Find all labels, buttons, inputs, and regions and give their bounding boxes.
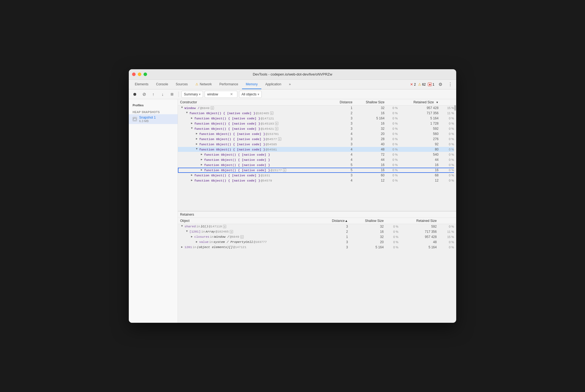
table-row: ▶function Object() { [native code] } @14… — [178, 121, 456, 126]
cell-shallow-size: 20 — [355, 131, 387, 137]
obj-id: @54581 — [266, 148, 277, 151]
link-icon: ⊡ — [283, 168, 286, 172]
sidebar-item-snapshot1[interactable]: Snapshot 1 6.3 MB — [129, 114, 178, 124]
upload-button[interactable]: ↑ — [150, 91, 157, 98]
obj-id: @54579 — [261, 179, 272, 182]
cell-distance: 2 — [331, 111, 355, 116]
cell-shallow-pct: 0 % — [387, 121, 400, 126]
cell-retained-size: 48 — [401, 239, 439, 245]
prop-name: closures — [194, 235, 209, 239]
tree-expand[interactable]: ▶ — [190, 235, 194, 239]
cell-retained-size: 717 356 — [400, 111, 441, 116]
tree-expand[interactable]: ▶ — [190, 173, 194, 177]
maximize-button[interactable] — [144, 73, 147, 76]
tree-expand[interactable]: ▼ — [180, 106, 184, 110]
tree-expand[interactable]: ▶ — [190, 179, 194, 182]
tree-expand[interactable]: ▶ — [195, 137, 199, 141]
cell-shallow-size: 40 — [355, 142, 387, 147]
cell-retained-size: 16 — [400, 168, 441, 173]
clear-button[interactable]: ⊘ — [140, 91, 148, 98]
type: Window / — [214, 235, 229, 239]
constructor-name: function Object() { [native code] } — [189, 111, 255, 115]
tree-expand[interactable]: ▼ — [195, 147, 199, 151]
tree-expand[interactable]: ▶ — [195, 132, 199, 136]
cell-retained-size: 1 728 — [400, 121, 441, 126]
cell-retained-size: 12 — [400, 178, 441, 183]
cell-constructor: ▶function Object() { [native code] } @15… — [178, 168, 331, 173]
table-row: ▶function Object() { [native code] } @54… — [178, 137, 456, 142]
cell-shallow-size: 32 — [350, 234, 386, 239]
minimize-button[interactable] — [138, 73, 141, 76]
tab-performance[interactable]: Performance — [216, 80, 242, 89]
download-button[interactable]: ↓ — [159, 91, 166, 98]
obj-id: @147121 — [261, 117, 274, 120]
tab-application[interactable]: Application — [261, 80, 285, 89]
constructor-name: function Object() { [native code] } — [204, 153, 270, 156]
filter-clear-button[interactable]: ✕ — [230, 92, 233, 96]
tree-expand[interactable]: ▶ — [180, 245, 184, 249]
constructor-name: function Object() { [native code] } — [199, 143, 265, 146]
cell-distance: 4 — [331, 131, 355, 137]
cell-shallow-pct: 0 % — [387, 162, 400, 168]
tab-sources[interactable]: Sources — [172, 80, 192, 89]
tree-expand[interactable]: ▶ — [195, 142, 199, 146]
obj-id: @147121 — [233, 245, 246, 249]
table-row: ▶function Object() { [native code] } 5 1… — [178, 162, 456, 168]
tab-elements[interactable]: Elements — [131, 80, 152, 89]
obj-id: @6849 — [230, 235, 239, 239]
tree-expand[interactable]: ▶ — [190, 116, 194, 120]
constructor-name: function Object() { [native code] } — [204, 158, 270, 162]
tab-more[interactable]: » — [285, 80, 295, 89]
tree-expand[interactable]: ▶ — [200, 168, 204, 172]
cell-distance: 3 — [331, 126, 355, 131]
tab-memory[interactable]: Memory — [242, 80, 261, 89]
obj-id: @102465 — [216, 230, 229, 233]
tree-expand[interactable]: ▶ — [200, 163, 204, 167]
cell-shallow-pct: 0 % — [387, 173, 400, 178]
table-row: ▼function Object() { [native code] } @54… — [178, 147, 456, 152]
col-retainer-shallow-pct — [386, 218, 401, 224]
more-options-button[interactable]: ⋮ — [446, 81, 454, 88]
tree-expand[interactable]: ▼ — [185, 230, 189, 234]
devtools-status-icons: ✕ 2 ⚠ 62 ■ 1 ⚙ ⋮ — [410, 80, 456, 89]
objects-dropdown[interactable]: All objects ▾ — [239, 91, 262, 98]
window-title: DevTools - codepen.io/web-dot-dev/live/o… — [253, 72, 332, 76]
tree-expand[interactable]: ▼ — [185, 111, 189, 115]
tab-network[interactable]: ⚠ Network — [192, 80, 216, 89]
cell-object: ▼[1201] in Array @102465⊡ — [178, 229, 319, 234]
cell-object: ▶value in system / PropertyCell @103777 — [178, 239, 319, 245]
link-icon: ⊡ — [270, 111, 273, 115]
cell-shallow-size: 5 164 — [355, 116, 387, 121]
tree-expand[interactable]: ▶ — [200, 158, 204, 162]
filter-input[interactable] — [207, 92, 229, 96]
prop-name: [1201] — [189, 230, 201, 233]
prop-name: shared — [184, 225, 196, 228]
table-row: ▶function Object() { [native code] } @15… — [178, 131, 456, 137]
close-button[interactable] — [132, 73, 136, 76]
tree-expand[interactable]: ▶ — [195, 240, 199, 244]
cell-retained-size: 80 — [400, 147, 441, 152]
constructor-name: Window / — [184, 106, 199, 110]
cell-retained-size: 5 164 — [400, 116, 441, 121]
heap-table-container[interactable]: Constructor Distance Shallow Size Retain… — [178, 99, 456, 211]
scrollbar-track[interactable] — [454, 99, 456, 211]
cell-distance: 3 — [319, 239, 350, 245]
grid-button[interactable]: ⊞ — [168, 91, 176, 98]
col-retained-size: Retained Size ▼ — [400, 99, 441, 105]
cell-shallow-size: 16 — [355, 162, 387, 168]
record-button[interactable]: ⏺ — [131, 91, 139, 98]
tab-console[interactable]: Console — [152, 80, 172, 89]
table-row: ▶function Object() { [native code] } @14… — [178, 116, 456, 121]
cell-retained-size: 276 — [400, 137, 441, 142]
tree-expand[interactable]: ▶ — [190, 122, 194, 125]
constructor-name: function Object() { [native code] } — [194, 122, 260, 125]
obj-id: @102465 — [256, 111, 269, 115]
tree-expand[interactable]: ▶ — [200, 153, 204, 156]
table-row: ▼function Object() { [native code] } @10… — [178, 111, 456, 116]
view-dropdown[interactable]: Summary ▾ — [181, 91, 203, 98]
tree-expand[interactable]: ▼ — [180, 225, 184, 228]
error-icon: ✕ — [410, 82, 413, 86]
tree-expand[interactable]: ▼ — [190, 127, 194, 131]
settings-button[interactable]: ⚙ — [437, 81, 444, 88]
retainer-row: ▼[1201] in Array @102465⊡ 2 16 0 % 717 3… — [178, 229, 456, 234]
